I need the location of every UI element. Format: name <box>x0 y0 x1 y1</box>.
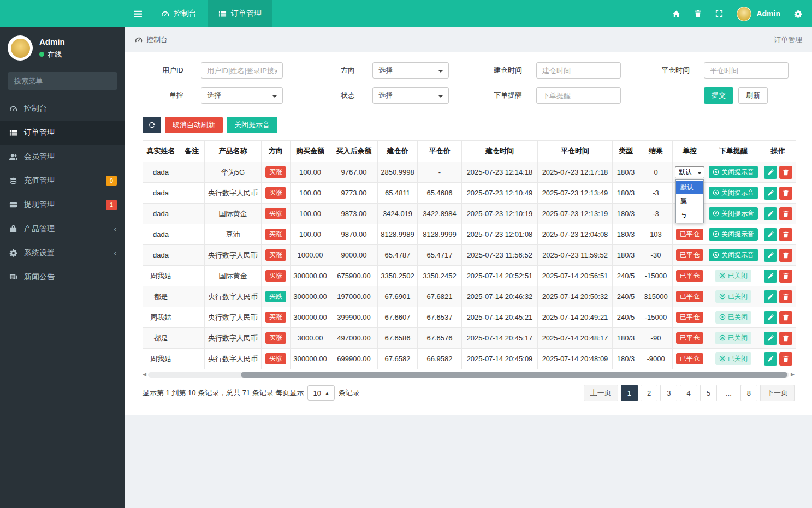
alert-closed-button[interactable]: 已关闭 <box>715 270 751 282</box>
pagination-next[interactable]: 下一页 <box>760 385 795 401</box>
cell-actions <box>760 204 796 224</box>
mute-alert-button[interactable]: 关闭提示音 <box>709 207 758 219</box>
scroll-right-icon[interactable]: ▶ <box>791 372 795 377</box>
filter-open-time-input[interactable] <box>536 62 621 79</box>
filter-close-time-input[interactable] <box>704 62 789 79</box>
sidebar-item-news[interactable]: 新闻公告 <box>0 265 125 289</box>
cell-close-price: 66.9582 <box>418 349 462 369</box>
nav-settings-button[interactable] <box>794 10 802 18</box>
delete-button[interactable] <box>779 270 792 283</box>
delete-button[interactable] <box>779 166 792 179</box>
sidebar-search-button[interactable] <box>117 72 117 90</box>
home-icon <box>672 10 680 18</box>
nav-tab-console[interactable]: 控制台 <box>150 0 208 27</box>
mute-alert-button[interactable]: 关闭提示音 <box>709 166 758 178</box>
pagination-page-2[interactable]: 2 <box>641 385 657 401</box>
sidebar-item-orders[interactable]: 订单管理 <box>0 121 125 145</box>
cell-note <box>179 349 205 369</box>
delete-button[interactable] <box>779 187 792 200</box>
pagination-page-8[interactable]: 8 <box>740 385 757 401</box>
mute-alert-button[interactable]: 关闭提示音 <box>709 249 758 261</box>
control-select[interactable]: 默认 <box>675 166 704 178</box>
direction-badge: 买涨 <box>265 229 286 240</box>
pagination-page-5[interactable]: 5 <box>700 385 717 401</box>
cell-balance: 675900.00 <box>330 266 378 286</box>
column-header: 下单提醒 <box>707 141 760 162</box>
scroll-left-icon[interactable]: ◀ <box>143 372 146 377</box>
nav-home-button[interactable] <box>672 10 680 18</box>
pagination-prev[interactable]: 上一页 <box>584 385 618 401</box>
circle-x-icon <box>719 314 726 320</box>
sidebar-item-products[interactable]: 产品管理‹ <box>0 217 125 241</box>
scrollbar-track[interactable] <box>148 372 789 378</box>
nav-expand-button[interactable] <box>715 10 723 17</box>
scrollbar-thumb[interactable] <box>241 372 787 378</box>
cell-open-time: 2025-07-23 12:10:19 <box>462 204 538 224</box>
gears-icon <box>794 10 802 18</box>
cell-open-price: 3424.019 <box>378 204 418 224</box>
alert-closed-button[interactable]: 已关闭 <box>715 290 751 302</box>
cell-result: 103 <box>639 224 673 245</box>
edit-button[interactable] <box>764 311 777 324</box>
edit-button[interactable] <box>764 207 777 220</box>
edit-button[interactable] <box>764 332 777 345</box>
submit-button[interactable]: 提交 <box>704 87 733 104</box>
navbar-tabs: 控制台 订单管理 <box>150 0 272 27</box>
mute-alert-button[interactable]: 关闭提示音 <box>709 187 758 199</box>
cell-direction: 买涨 <box>262 328 291 349</box>
delete-button[interactable] <box>779 228 792 241</box>
edit-button[interactable] <box>764 352 777 366</box>
dropdown-option[interactable]: 亏 <box>676 208 703 222</box>
edit-button[interactable] <box>764 228 777 241</box>
edit-button[interactable] <box>764 249 777 262</box>
nav-trash-button[interactable] <box>694 10 702 17</box>
alert-closed-button[interactable]: 已关闭 <box>715 332 751 344</box>
delete-button[interactable] <box>779 311 792 324</box>
pagination-page-3[interactable]: 3 <box>660 385 677 401</box>
filter-direction-select[interactable]: 选择 <box>372 62 449 79</box>
sidebar-toggle-button[interactable] <box>125 0 150 27</box>
filter-alert-input[interactable] <box>536 87 621 104</box>
sidebar-item-recharge[interactable]: 充值管理0 <box>0 169 125 193</box>
cancel-auto-refresh-button[interactable]: 取消自动刷新 <box>165 117 223 133</box>
breadcrumb[interactable]: 控制台 <box>135 35 168 45</box>
page-size-select[interactable]: 10 ▲ <box>307 385 334 401</box>
pagination-page-4[interactable]: 4 <box>680 385 697 401</box>
dropdown-option[interactable]: 赢 <box>676 194 703 208</box>
alert-closed-button[interactable]: 已关闭 <box>715 311 751 323</box>
delete-button[interactable] <box>779 207 792 220</box>
reload-button[interactable] <box>143 117 161 133</box>
sidebar-item-members[interactable]: 会员管理 <box>0 145 125 169</box>
cell-type: 180/3 <box>613 183 639 204</box>
nav-tab-orders[interactable]: 订单管理 <box>208 0 272 27</box>
edit-button[interactable] <box>764 270 777 283</box>
user-menu[interactable]: Admin <box>737 7 780 21</box>
online-status-label: 在线 <box>48 50 62 59</box>
delete-button[interactable] <box>779 290 792 303</box>
refresh-button[interactable]: 刷新 <box>738 87 768 104</box>
dropdown-option[interactable]: 默认 <box>676 181 703 194</box>
edit-button[interactable] <box>764 187 777 200</box>
alert-closed-button[interactable]: 已关闭 <box>715 352 751 364</box>
delete-button[interactable] <box>779 352 792 366</box>
edit-button[interactable] <box>764 290 777 303</box>
list-icon <box>8 129 18 137</box>
filter-status-select[interactable]: 选择 <box>372 87 449 104</box>
row-actions <box>763 211 793 219</box>
sidebar-item-console[interactable]: 控制台 <box>0 97 125 121</box>
circle-x-icon <box>713 231 719 237</box>
sidebar-item-withdraw[interactable]: 提现管理1 <box>0 193 125 217</box>
card-icon <box>8 201 18 209</box>
pencil-icon <box>767 252 774 259</box>
pagination-page-1[interactable]: 1 <box>621 385 638 401</box>
edit-button[interactable] <box>764 166 777 179</box>
delete-button[interactable] <box>779 249 792 262</box>
sidebar-item-settings[interactable]: 系统设置‹ <box>0 241 125 265</box>
filter-control-select[interactable]: 选择 <box>201 87 283 104</box>
sidebar-search-input[interactable] <box>8 72 117 90</box>
direction-badge: 买涨 <box>265 332 286 343</box>
mute-all-button[interactable]: 关闭提示音 <box>227 117 277 133</box>
mute-alert-button[interactable]: 关闭提示音 <box>709 228 758 240</box>
delete-button[interactable] <box>779 332 792 345</box>
filter-user-id-input[interactable] <box>201 62 283 79</box>
